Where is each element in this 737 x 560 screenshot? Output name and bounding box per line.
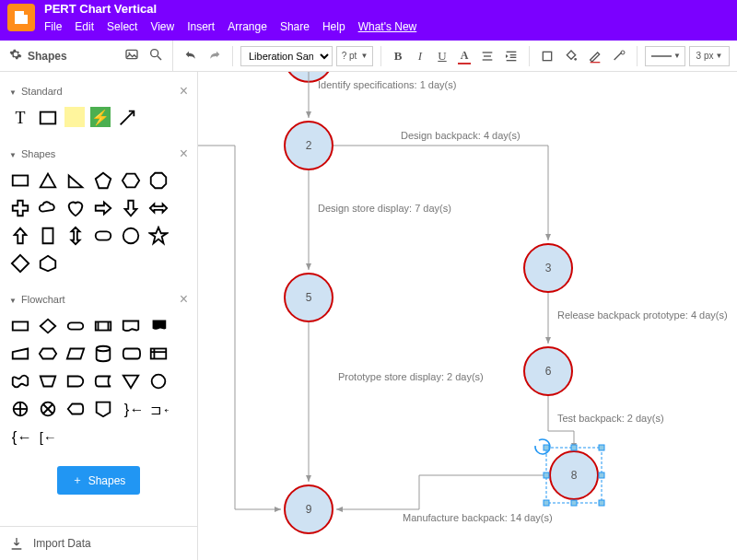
selection-handle[interactable] [544, 445, 549, 450]
fc-manual-op[interactable] [37, 370, 59, 392]
fc-predefined[interactable] [92, 315, 114, 337]
fill-button[interactable] [537, 46, 557, 66]
font-size-select[interactable]: ? pt ▼ [336, 46, 373, 66]
edge-label[interactable]: Design store display: 7 day(s) [318, 203, 451, 214]
redo-button[interactable] [205, 46, 225, 66]
bolt-shape[interactable]: ⚡ [90, 107, 111, 127]
bold-button[interactable]: B [389, 46, 407, 66]
rectangle-shape[interactable] [37, 107, 59, 129]
shape-arrow-up[interactable] [9, 225, 31, 247]
menu-file[interactable]: File [44, 20, 62, 33]
arrow-shape[interactable] [116, 107, 138, 129]
shape-cloud[interactable] [37, 197, 59, 219]
document-title[interactable]: PERT Chart Vertical [44, 2, 416, 17]
shape-pentagon[interactable] [92, 169, 114, 192]
close-icon[interactable]: × [180, 146, 188, 162]
fc-data[interactable] [64, 343, 87, 365]
fc-decision[interactable] [37, 315, 59, 337]
fc-brace-left[interactable]: {← [9, 426, 31, 448]
edge-label[interactable]: Prototype store display: 2 day(s) [338, 371, 484, 382]
fc-direct-data[interactable] [120, 343, 142, 365]
canvas[interactable]: Identify specifications: 1 day(s)Design … [198, 72, 737, 560]
text-color-button[interactable]: A [455, 46, 474, 66]
shape-rect[interactable] [9, 169, 31, 192]
add-shapes-button[interactable]: ＋Shapes [57, 466, 141, 495]
fc-merge[interactable] [120, 370, 142, 392]
shape-arrow-right[interactable] [92, 197, 114, 219]
fc-note-left[interactable]: [← [37, 426, 59, 448]
menu-insert[interactable]: Insert [187, 20, 215, 33]
menu-whats-new[interactable]: What's New [358, 20, 417, 33]
fc-stored[interactable] [92, 370, 114, 392]
shape-heart[interactable] [64, 197, 87, 219]
edge-label[interactable]: Test backpack: 2 day(s) [557, 413, 664, 424]
close-icon[interactable]: × [180, 83, 188, 99]
import-data-button[interactable]: Import Data [0, 526, 197, 560]
menu-select[interactable]: Select [107, 20, 137, 33]
fc-document[interactable] [120, 315, 142, 337]
fc-connector[interactable] [147, 370, 170, 392]
line-width-select[interactable]: 3 px▼ [689, 46, 730, 66]
line-options-button[interactable] [609, 46, 629, 66]
fc-multidoc[interactable] [147, 315, 170, 337]
selection-handle[interactable] [544, 500, 549, 506]
image-icon[interactable] [124, 47, 139, 65]
font-select[interactable]: Liberation Sans [240, 46, 333, 66]
fc-hexagon[interactable] [37, 343, 59, 365]
fc-or[interactable] [9, 398, 31, 420]
edge-label[interactable]: Release backpack prototype: 4 day(s) [557, 309, 728, 321]
close-icon[interactable]: × [180, 291, 188, 308]
selection-handle[interactable] [544, 472, 549, 478]
line-color-button[interactable] [585, 46, 605, 66]
selection-handle[interactable] [599, 472, 604, 478]
line-style-select[interactable]: ▼ [645, 46, 685, 66]
fc-internal[interactable] [147, 343, 170, 365]
bucket-button[interactable] [561, 46, 581, 66]
menu-edit[interactable]: Edit [75, 20, 94, 33]
shape-arrow-down[interactable] [120, 197, 142, 219]
shape-hexagon[interactable] [120, 169, 142, 192]
fc-brace-right[interactable]: }← [120, 398, 142, 420]
shape-star[interactable] [147, 225, 170, 247]
fc-database[interactable] [92, 343, 114, 365]
selection-handle[interactable] [571, 445, 577, 450]
menu-share[interactable]: Share [280, 20, 310, 33]
menu-view[interactable]: View [150, 20, 174, 33]
shape-stadium[interactable] [92, 225, 114, 247]
fc-note-right[interactable]: ⊐← [147, 398, 170, 420]
selection-handle[interactable] [599, 500, 604, 506]
gear-icon[interactable] [9, 48, 22, 64]
shape-diamond[interactable] [9, 252, 31, 274]
shape-bracket[interactable] [37, 225, 59, 247]
shape-arrow-updown[interactable] [64, 225, 87, 247]
fc-process[interactable] [9, 315, 31, 337]
shape-octagon[interactable] [147, 169, 170, 192]
fc-manual-input[interactable] [9, 343, 31, 365]
fc-sum[interactable] [37, 398, 59, 420]
selection-handle[interactable] [599, 445, 604, 450]
menu-help[interactable]: Help [322, 20, 345, 33]
shape-circle[interactable] [120, 225, 142, 247]
fc-delay[interactable] [64, 370, 87, 392]
fc-terminator[interactable] [64, 315, 87, 337]
search-icon[interactable] [148, 47, 163, 65]
sticky-note-shape[interactable] [64, 107, 85, 127]
shape-cross[interactable] [9, 197, 31, 219]
italic-button[interactable]: I [411, 46, 429, 66]
shape-right-triangle[interactable] [64, 169, 87, 192]
text-shape[interactable]: T [9, 107, 31, 129]
menu-arrange[interactable]: Arrange [228, 20, 267, 33]
underline-button[interactable]: U [433, 46, 451, 66]
fc-offpage[interactable] [92, 398, 114, 420]
shape-triangle[interactable] [37, 169, 59, 192]
edge-label[interactable]: Design backpack: 4 day(s) [401, 130, 521, 141]
undo-button[interactable] [181, 46, 201, 66]
shape-pentagon2[interactable] [37, 252, 59, 274]
indent-button[interactable] [501, 46, 521, 66]
align-button[interactable] [477, 46, 497, 66]
shape-arrow-bidir[interactable] [147, 197, 170, 219]
fc-tape[interactable] [9, 370, 31, 392]
fc-display[interactable] [64, 398, 87, 420]
edge-label[interactable]: Manufacture backpack: 14 day(s) [403, 512, 553, 523]
edge-label[interactable]: Identify specifications: 1 day(s) [318, 79, 456, 90]
